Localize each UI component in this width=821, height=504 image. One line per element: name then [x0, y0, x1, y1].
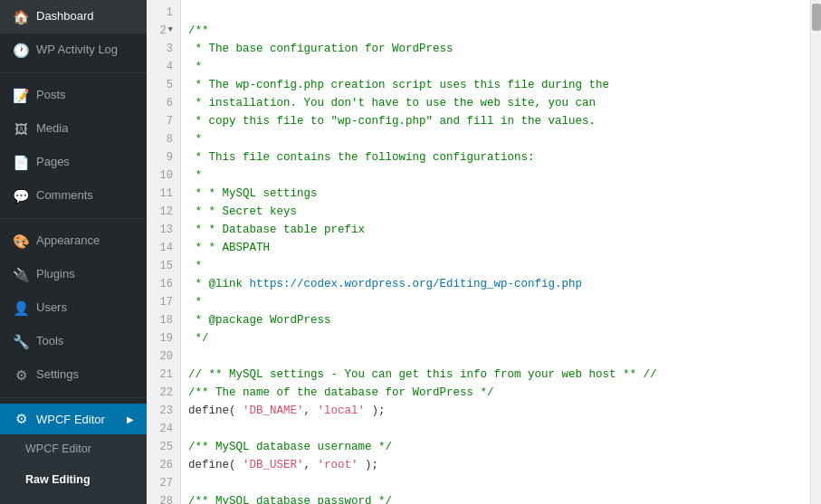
line-number: 24 [147, 420, 180, 438]
code-line: * [188, 166, 810, 185]
line-number: 4 [147, 58, 180, 76]
sidebar-item-pages[interactable]: 📄 Pages [0, 146, 147, 179]
line-number: 5 [147, 76, 180, 94]
settings-icon: ⚙ [13, 366, 29, 385]
sidebar-sublabel: Raw Editing [25, 472, 134, 489]
code-lines[interactable]: /** * The base configuration for WordPre… [181, 0, 810, 504]
line-number: 28 [147, 492, 180, 504]
line-number: 27 [147, 474, 180, 492]
sidebar-label: Posts [36, 87, 134, 103]
sidebar-label: Media [36, 120, 134, 137]
code-line: * [188, 130, 810, 148]
code-line [188, 474, 810, 492]
code-line: /** [188, 22, 810, 40]
line-number: 3 [147, 40, 180, 58]
code-line: * The wp-config.php creation script uses… [188, 76, 810, 94]
code-line: * [188, 257, 810, 275]
tools-icon: 🔧 [13, 332, 29, 351]
code-line: * * Database table prefix [188, 221, 810, 239]
sidebar-label: Dashboard [36, 8, 134, 24]
main-content: 12▼3456789101112131415161718192021222324… [147, 0, 821, 504]
posts-icon: 📝 [13, 86, 29, 105]
code-line: * [188, 58, 810, 76]
code-line: * @link https://codex.wordpress.org/Edit… [188, 275, 810, 293]
code-line: define( 'DB_USER', 'root' ); [188, 456, 810, 474]
code-line: /** MySQL database password */ [188, 492, 810, 504]
pages-icon: 📄 [13, 153, 29, 172]
plugins-icon: 🔌 [13, 265, 29, 284]
sidebar-item-media[interactable]: 🖼 Media [0, 112, 147, 146]
line-number: 18 [147, 311, 180, 329]
line-number: 22 [147, 384, 180, 402]
line-number: 19 [147, 329, 180, 347]
sidebar-label: Tools [36, 333, 134, 349]
sidebar-item-wpcf-editor[interactable]: ⚙ WPCF Editor ▶ [0, 404, 147, 434]
line-number: 9 [147, 148, 180, 166]
users-icon: 👤 [13, 299, 29, 318]
code-line: * The base configuration for WordPress [188, 40, 810, 58]
line-number: 23 [147, 402, 180, 420]
sidebar-label: Settings [36, 366, 134, 383]
line-number: 7 [147, 112, 180, 130]
sidebar-label: WPCF Editor [36, 413, 119, 426]
wpcf-subnav: WPCF Editor Raw Editing System Parameter… [0, 434, 147, 504]
sidebar-subitem-raw-editing[interactable]: Raw Editing [0, 465, 147, 496]
code-line: * This file contains the following confi… [188, 148, 810, 166]
code-line: * [188, 293, 810, 311]
line-number: 25 [147, 438, 180, 456]
code-line [188, 420, 810, 438]
sidebar-item-tools[interactable]: 🔧 Tools [0, 325, 147, 358]
line-number: 14 [147, 239, 180, 257]
scrollbar-track[interactable] [810, 0, 821, 504]
code-line: * copy this file to "wp-config.php" and … [188, 112, 810, 130]
sidebar-item-settings[interactable]: ⚙ Settings [0, 358, 147, 392]
line-number: 11 [147, 185, 180, 203]
line-numbers: 12▼3456789101112131415161718192021222324… [147, 0, 181, 504]
sidebar-label: Plugins [36, 266, 134, 282]
chevron-right-icon: ▶ [127, 414, 134, 424]
sidebar-subitem-system-parameters[interactable]: System Parameters [0, 495, 147, 504]
line-number: 12 [147, 203, 180, 221]
sidebar-label: Appearance [36, 233, 134, 249]
code-line: * installation. You don't have to use th… [188, 94, 810, 112]
code-editor[interactable]: 12▼3456789101112131415161718192021222324… [147, 0, 821, 504]
line-number: 2▼ [147, 22, 180, 40]
sidebar-item-dashboard[interactable]: 🏠 Dashboard [0, 0, 147, 33]
sidebar: 🏠 Dashboard 🕐 WP Activity Log 📝 Posts 🖼 … [0, 0, 147, 504]
sidebar-divider [0, 218, 147, 219]
code-line [188, 4, 810, 22]
line-number: 16 [147, 275, 180, 293]
appearance-icon: 🎨 [13, 232, 29, 251]
sidebar-item-plugins[interactable]: 🔌 Plugins [0, 258, 147, 291]
line-number: 26 [147, 456, 180, 474]
sidebar-item-posts[interactable]: 📝 Posts [0, 79, 147, 112]
sidebar-item-comments[interactable]: 💬 Comments [0, 179, 147, 213]
line-number: 21 [147, 366, 180, 384]
sidebar-label: Comments [36, 187, 134, 204]
code-line [188, 347, 810, 366]
code-line: /** The name of the database for WordPre… [188, 384, 810, 402]
sidebar-label: Pages [36, 154, 134, 170]
sidebar-subitem-wpcf-editor[interactable]: WPCF Editor [0, 434, 147, 465]
sidebar-item-activity-log[interactable]: 🕐 WP Activity Log [0, 33, 147, 67]
sidebar-label: Users [36, 300, 134, 316]
line-number: 15 [147, 257, 180, 275]
scrollbar-thumb[interactable] [812, 4, 821, 31]
line-number: 10 [147, 166, 180, 185]
line-number: 6 [147, 94, 180, 112]
media-icon: 🖼 [13, 119, 29, 138]
sidebar-item-appearance[interactable]: 🎨 Appearance [0, 224, 147, 258]
sidebar-sublabel: WPCF Editor [25, 442, 134, 458]
code-line: // ** MySQL settings - You can get this … [188, 366, 810, 384]
line-number: 1 [147, 4, 180, 22]
code-line: * * Secret keys [188, 203, 810, 221]
line-number: 20 [147, 347, 180, 366]
code-line: define( 'DB_NAME', 'local' ); [188, 402, 810, 420]
sidebar-label: WP Activity Log [36, 42, 134, 58]
code-line: * * ABSPATH [188, 239, 810, 257]
code-line: * @package WordPress [188, 311, 810, 329]
line-number: 8 [147, 130, 180, 148]
wpcf-icon: ⚙ [13, 411, 29, 427]
sidebar-item-users[interactable]: 👤 Users [0, 291, 147, 325]
dashboard-icon: 🏠 [13, 7, 29, 26]
